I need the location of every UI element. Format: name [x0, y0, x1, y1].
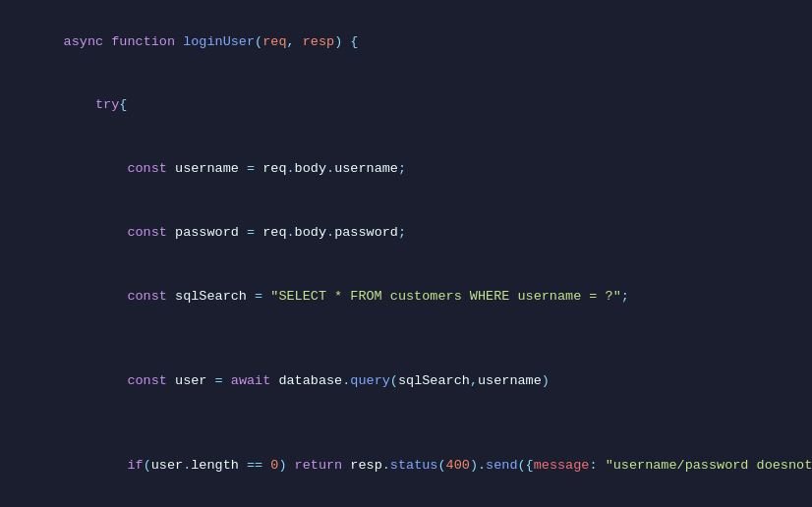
- code-line-8: [0, 413, 812, 434]
- code-editor: async function loginUser(req, resp) { tr…: [0, 0, 812, 507]
- code-line-5: const sqlSearch = "SELECT * FROM custome…: [0, 264, 812, 328]
- code-line-3: const username = req.body.username;: [0, 138, 812, 201]
- code-line-1: async function loginUser(req, resp) {: [0, 10, 812, 74]
- code-line-2: try{: [0, 74, 812, 138]
- code-line-9: if(user.length == 0) return resp.status(…: [0, 434, 812, 498]
- code-line-4: const password = req.body.password;: [0, 200, 812, 264]
- code-line-6: [0, 328, 812, 350]
- code-line-10: [0, 498, 812, 507]
- code-line-7: const user = await database.query(sqlSea…: [0, 350, 812, 414]
